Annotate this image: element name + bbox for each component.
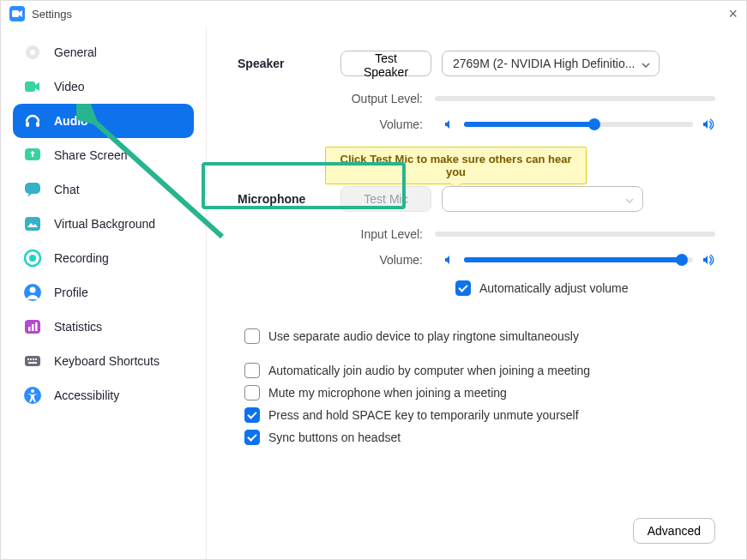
sidebar-item-audio[interactable]: Audio [13, 104, 194, 138]
auto-adjust-label: Automatically adjust volume [479, 281, 629, 295]
svg-rect-20 [33, 358, 34, 360]
svg-rect-19 [30, 358, 32, 360]
svg-point-24 [31, 389, 34, 393]
recording-icon [23, 249, 42, 268]
sidebar-item-virtual-background[interactable]: Virtual Background [13, 207, 194, 241]
option-checkbox-0[interactable] [244, 328, 260, 344]
virtual-background-icon [23, 214, 42, 233]
svg-rect-22 [28, 362, 37, 364]
titlebar: Settings × [1, 1, 746, 27]
chevron-down-icon [625, 192, 634, 206]
option-checkbox-3[interactable] [244, 407, 260, 423]
svg-point-12 [30, 287, 36, 293]
sidebar-item-share-screen[interactable]: Share Screen [13, 138, 194, 172]
sidebar-item-chat[interactable]: Chat [13, 172, 194, 207]
option-label: Sync buttons on headset [268, 431, 401, 444]
sidebar-item-label: Recording [54, 251, 109, 265]
sidebar-item-recording[interactable]: Recording [13, 241, 194, 275]
option-checkbox-4[interactable] [244, 430, 260, 445]
advanced-button[interactable]: Advanced [633, 518, 715, 544]
svg-rect-7 [25, 183, 40, 194]
option-checkbox-2[interactable] [244, 385, 260, 400]
svg-rect-17 [25, 356, 40, 366]
volume-high-icon [702, 254, 715, 266]
statistics-icon [23, 317, 42, 336]
svg-rect-18 [27, 358, 29, 360]
sidebar-item-video[interactable]: Video [13, 69, 194, 104]
chevron-down-icon [642, 57, 650, 70]
test-mic-button[interactable]: Test Mic [340, 186, 431, 212]
option-label: Automatically join audio by computer whe… [268, 364, 590, 377]
speaker-volume-slider[interactable] [464, 122, 693, 127]
sidebar-item-label: Keyboard Shortcuts [54, 354, 160, 368]
share-screen-icon [23, 146, 42, 165]
window-title: Settings [32, 8, 72, 21]
speaker-device-value: 2769M (2- NVIDIA High Definitio... [453, 57, 635, 70]
option-checkbox-1[interactable] [244, 363, 260, 378]
video-icon [23, 77, 42, 96]
volume-low-icon [443, 118, 455, 130]
sidebar-item-keyboard-shortcuts[interactable]: Keyboard Shortcuts [13, 344, 194, 378]
auto-adjust-checkbox[interactable] [455, 280, 471, 296]
option-label: Use separate audio device to play ringto… [268, 329, 579, 343]
sidebar-item-label: Profile [54, 286, 88, 299]
sidebar-item-label: Accessibility [54, 388, 119, 402]
option-label: Press and hold SPACE key to temporarily … [268, 408, 579, 422]
keyboard-shortcuts-icon [23, 352, 42, 370]
speaker-heading: Speaker [238, 57, 340, 70]
input-level-meter [435, 232, 715, 237]
output-level-meter [435, 96, 715, 101]
mic-volume-label: Volume: [238, 253, 435, 267]
svg-rect-4 [26, 122, 29, 127]
svg-rect-3 [25, 81, 35, 92]
volume-high-icon [702, 118, 715, 130]
svg-rect-15 [32, 324, 34, 331]
svg-rect-21 [35, 358, 37, 360]
speaker-volume-label: Volume: [238, 117, 435, 131]
option-label: Mute my microphone when joining a meetin… [268, 386, 507, 400]
svg-rect-14 [28, 327, 31, 331]
svg-point-10 [29, 255, 36, 262]
sidebar-item-label: Share Screen [54, 148, 128, 162]
close-icon[interactable]: × [728, 5, 738, 23]
app-icon [9, 6, 25, 21]
speaker-device-select[interactable]: 2769M (2- NVIDIA High Definitio... [442, 51, 660, 76]
volume-low-icon [443, 254, 455, 266]
sidebar-item-profile[interactable]: Profile [13, 275, 194, 310]
output-level-label: Output Level: [238, 92, 435, 105]
audio-icon [23, 111, 42, 130]
svg-rect-16 [35, 322, 38, 331]
profile-icon [23, 283, 42, 302]
microphone-heading: Microphone [238, 192, 340, 206]
content-audio: Speaker Test Speaker 2769M (2- NVIDIA Hi… [207, 27, 746, 559]
accessibility-icon [23, 386, 42, 405]
sidebar: GeneralVideoAudioShare ScreenChatVirtual… [1, 27, 207, 559]
svg-rect-5 [36, 122, 39, 127]
svg-rect-0 [12, 10, 19, 17]
general-icon [23, 43, 42, 62]
sidebar-item-label: Video [54, 80, 85, 93]
sidebar-item-accessibility[interactable]: Accessibility [13, 378, 194, 412]
sidebar-item-label: Statistics [54, 320, 102, 334]
sidebar-item-label: Virtual Background [54, 217, 155, 231]
mic-volume-slider[interactable] [464, 257, 693, 262]
sidebar-item-general[interactable]: General [13, 35, 194, 69]
settings-window: Settings × GeneralVideoAudioShare Screen… [0, 0, 747, 560]
sidebar-item-label: Chat [54, 183, 80, 196]
svg-rect-8 [25, 217, 40, 231]
svg-point-2 [30, 50, 35, 55]
mic-device-select[interactable] [442, 186, 643, 212]
test-speaker-button[interactable]: Test Speaker [340, 51, 431, 76]
sidebar-item-label: General [54, 45, 97, 59]
test-mic-tooltip: Click Test Mic to make sure others can h… [325, 147, 587, 184]
input-level-label: Input Level: [238, 227, 435, 241]
chat-icon [23, 180, 42, 199]
sidebar-item-statistics[interactable]: Statistics [13, 310, 194, 344]
sidebar-item-label: Audio [54, 114, 88, 128]
